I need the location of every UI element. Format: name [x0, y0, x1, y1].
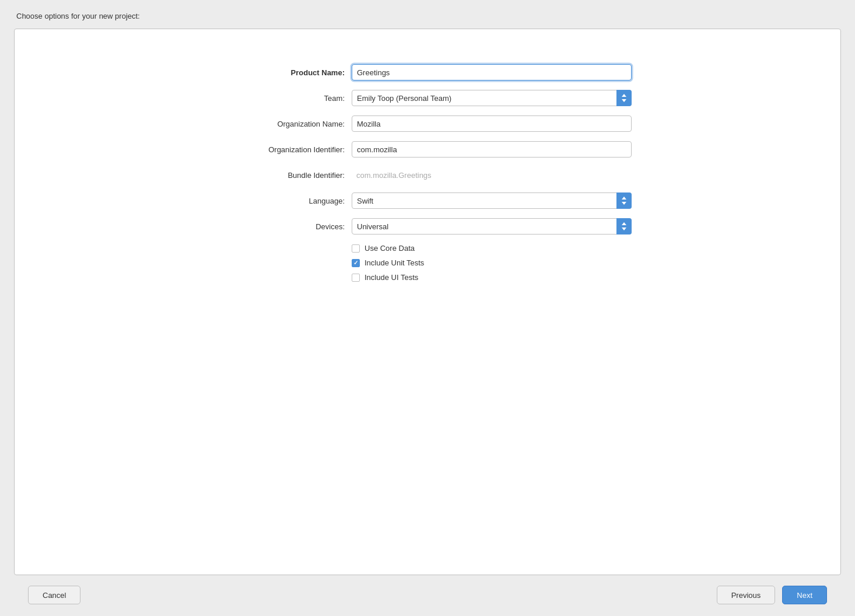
bundle-id-row: Bundle Identifier:	[223, 167, 632, 183]
devices-select[interactable]: Universal	[352, 218, 632, 235]
cancel-button[interactable]: Cancel	[28, 586, 80, 604]
bundle-id-input	[352, 167, 632, 183]
core-data-checkbox-item: Use Core Data	[352, 244, 632, 253]
team-select[interactable]: Emily Toop (Personal Team)	[352, 90, 632, 106]
unit-tests-checkbox-item: Include Unit Tests	[352, 258, 632, 267]
language-select-wrapper: Swift	[352, 192, 632, 209]
ui-tests-checkbox-item: Include UI Tests	[352, 273, 632, 282]
team-label: Team:	[223, 94, 352, 103]
org-name-label: Organization Name:	[223, 120, 352, 128]
bundle-id-label: Bundle Identifier:	[223, 171, 352, 180]
form-table: Product Name: Team: Emily Toop (Personal…	[223, 64, 632, 282]
devices-select-wrapper: Universal	[352, 218, 632, 235]
org-identifier-input[interactable]	[352, 141, 632, 158]
checkboxes-section: Use Core Data Include Unit Tests Include…	[352, 244, 632, 282]
unit-tests-checkbox[interactable]	[352, 259, 360, 267]
nav-buttons: Previous Next	[717, 586, 827, 604]
main-panel: Product Name: Team: Emily Toop (Personal…	[14, 29, 841, 575]
language-select[interactable]: Swift	[352, 192, 632, 209]
form-area: Product Name: Team: Emily Toop (Personal…	[15, 64, 840, 551]
org-identifier-label: Organization Identifier:	[223, 145, 352, 154]
devices-row: Devices: Universal	[223, 218, 632, 235]
product-name-label: Product Name:	[223, 68, 352, 77]
ui-tests-checkbox[interactable]	[352, 274, 360, 282]
ui-tests-label: Include UI Tests	[365, 273, 418, 282]
org-identifier-row: Organization Identifier:	[223, 141, 632, 158]
product-name-row: Product Name:	[223, 64, 632, 80]
previous-button[interactable]: Previous	[717, 586, 776, 604]
devices-label: Devices:	[223, 222, 352, 231]
unit-tests-label: Include Unit Tests	[365, 258, 424, 267]
next-button[interactable]: Next	[782, 586, 827, 604]
page-title: Choose options for your new project:	[14, 12, 841, 20]
bottom-bar: Cancel Previous Next	[14, 575, 841, 604]
product-name-input[interactable]	[352, 64, 632, 80]
core-data-label: Use Core Data	[365, 244, 415, 253]
language-label: Language:	[223, 197, 352, 205]
org-name-input[interactable]	[352, 116, 632, 132]
team-row: Team: Emily Toop (Personal Team)	[223, 90, 632, 106]
language-row: Language: Swift	[223, 192, 632, 209]
core-data-checkbox[interactable]	[352, 244, 360, 253]
team-select-wrapper: Emily Toop (Personal Team)	[352, 90, 632, 106]
org-name-row: Organization Name:	[223, 116, 632, 132]
